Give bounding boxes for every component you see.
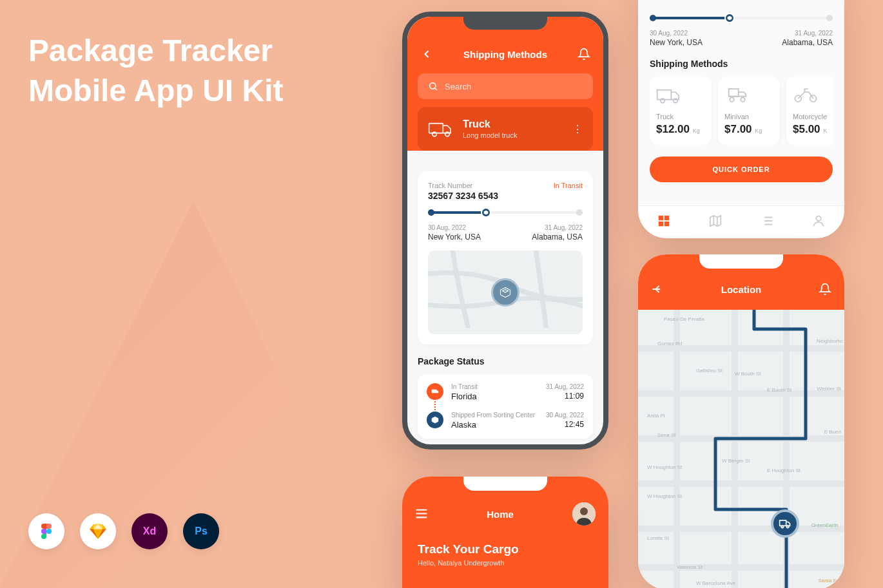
tool-icons-row: Xd Ps xyxy=(28,513,219,549)
street-label: E Houghton St xyxy=(767,468,801,473)
phone-shipping-methods: Shipping Methods Truck Long model truck … xyxy=(402,12,608,450)
truck-icon xyxy=(656,86,682,105)
svg-rect-8 xyxy=(729,89,739,97)
map-preview[interactable] xyxy=(428,251,583,334)
back-icon[interactable] xyxy=(420,48,433,61)
figma-icon xyxy=(28,513,64,549)
bell-icon[interactable] xyxy=(577,48,590,61)
status-label: Shipped From Sorting Center xyxy=(451,412,538,419)
track-card: Track Number 32567 3234 6543 In Transit … xyxy=(418,171,593,345)
from-date: 30 Aug, 2022 xyxy=(428,224,481,231)
truck-title: Truck xyxy=(463,119,563,130)
search-icon xyxy=(428,81,438,91)
street-label: Anita Pl xyxy=(647,413,665,419)
menu-icon[interactable] xyxy=(415,509,428,519)
shipping-methods-title: Shipping Methods xyxy=(650,59,833,69)
header-title: Home xyxy=(487,509,514,520)
tab-profile-icon[interactable] xyxy=(811,214,826,228)
track-number-label: Track Number xyxy=(428,182,498,189)
street-label: W Houghton St xyxy=(647,464,682,470)
search-input[interactable] xyxy=(445,82,583,91)
svg-rect-18 xyxy=(780,520,786,526)
progress-bar xyxy=(428,211,583,214)
package-status-title: Package Status xyxy=(418,356,593,366)
street-label: E Booth St xyxy=(767,387,791,393)
svg-rect-13 xyxy=(659,216,663,220)
method-name: Truck xyxy=(656,113,705,120)
shipping-method-list[interactable]: Truck $12.00 Kg Minivan $7.00 Kg Motorcy… xyxy=(650,77,833,145)
tab-grid-icon[interactable] xyxy=(657,214,671,228)
status-row: Shipped From Sorting Center Alaska 30 Au… xyxy=(427,412,584,430)
map-pin-icon xyxy=(491,278,519,307)
svg-point-19 xyxy=(781,526,783,527)
phone-home: Home Track Your Cargo Hello, Natalya Und… xyxy=(402,477,608,588)
street-label: Valencia St xyxy=(677,564,703,570)
sorting-center-icon xyxy=(427,412,443,428)
tab-bar xyxy=(638,205,844,236)
street-label: Neighborhc xyxy=(817,338,843,344)
method-card-minivan[interactable]: Minivan $7.00 Kg xyxy=(718,77,780,145)
truck-icon xyxy=(428,119,454,138)
street-label: W Booth St xyxy=(735,371,761,377)
track-status: In Transit xyxy=(554,182,583,189)
status-time: 11:09 xyxy=(546,392,584,401)
header-orange: Shipping Methods Truck Long model truck … xyxy=(407,17,603,151)
truck-pin-icon xyxy=(771,509,799,538)
minivan-icon xyxy=(724,86,750,105)
home-subtitle: Hello, Natalya Undergrowth xyxy=(418,559,593,567)
method-price: $5.00 K xyxy=(793,123,833,136)
progress-bar xyxy=(650,17,833,19)
tab-list-icon[interactable] xyxy=(760,214,774,228)
svg-rect-5 xyxy=(657,90,672,100)
status-label: In Transit xyxy=(451,383,538,390)
header-title: Location xyxy=(721,284,762,295)
status-row: In Transit Florida 31 Aug, 2022 11:09 xyxy=(427,383,584,401)
header-title: Shipping Methods xyxy=(463,49,547,60)
transit-icon xyxy=(427,383,443,400)
street-label: W Berger St xyxy=(722,458,750,464)
street-label: Gallisteo St xyxy=(696,368,723,374)
bell-icon[interactable] xyxy=(819,283,831,296)
svg-point-10 xyxy=(741,97,745,102)
status-date: 31 Aug, 2022 xyxy=(546,383,584,390)
tab-map-icon[interactable] xyxy=(708,214,723,228)
package-status-card: In Transit Florida 31 Aug, 2022 11:09 Sh… xyxy=(418,374,593,439)
street-label: Lomita St xyxy=(647,535,669,541)
to-date: 31 Aug, 2022 xyxy=(782,30,833,37)
to-location: Alabama, USA xyxy=(532,232,583,242)
avatar[interactable] xyxy=(572,502,596,526)
motorcycle-icon xyxy=(793,86,819,105)
track-number: 32567 3234 6543 xyxy=(428,191,498,201)
photoshop-icon: Ps xyxy=(183,513,219,549)
phone-notch xyxy=(463,477,547,491)
hero-line-2: Mobile App UI Kit xyxy=(28,71,284,111)
status-location: Alaska xyxy=(451,420,538,430)
svg-rect-14 xyxy=(665,216,669,220)
street-label: Paseo De Peralta xyxy=(664,316,704,322)
map-full[interactable]: Paseo De Peralta Gomez Rd Neighborhc Gal… xyxy=(638,310,844,588)
back-icon[interactable] xyxy=(651,283,664,296)
street-label: Gomez Rd xyxy=(657,341,682,346)
hero-title: Package Tracker Mobile App UI Kit xyxy=(28,31,284,111)
home-title: Track Your Cargo xyxy=(418,542,593,556)
search-bar[interactable] xyxy=(418,73,593,99)
svg-rect-1 xyxy=(429,124,443,133)
truck-card[interactable]: Truck Long model truck ⋮ xyxy=(418,107,593,151)
method-price: $12.00 Kg xyxy=(656,123,705,136)
phone-notch xyxy=(463,17,547,30)
method-card-truck[interactable]: Truck $12.00 Kg xyxy=(650,77,712,145)
street-label: W Barcelona Ave xyxy=(696,580,735,586)
svg-point-0 xyxy=(430,83,436,89)
more-dots-icon[interactable]: ⋮ xyxy=(572,123,583,135)
quick-order-button[interactable]: Quick Order xyxy=(650,156,833,182)
method-card-motorcycle[interactable]: Motorcycle $5.00 K xyxy=(786,77,833,145)
hero-line-1: Package Tracker xyxy=(28,31,284,71)
method-name: Minivan xyxy=(724,113,773,120)
from-location: New York, USA xyxy=(428,232,481,242)
status-date: 30 Aug, 2022 xyxy=(546,412,584,419)
from-location: New York, USA xyxy=(650,38,703,47)
street-label: E Buen xyxy=(824,429,841,435)
svg-rect-16 xyxy=(665,222,669,226)
svg-point-20 xyxy=(787,526,789,527)
progress-current-icon xyxy=(724,13,735,23)
